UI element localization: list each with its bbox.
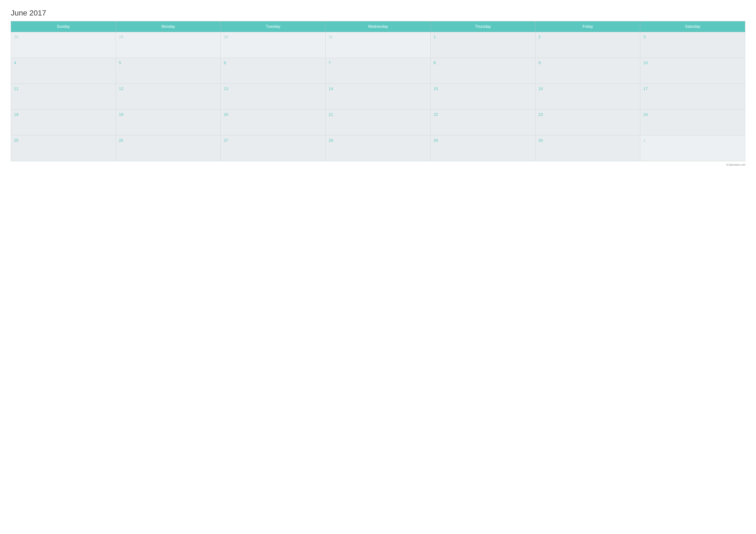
calendar-day[interactable]: 28: [326, 136, 431, 161]
calendar-day[interactable]: 13: [221, 84, 326, 110]
calendar-day[interactable]: 6: [221, 58, 326, 84]
calendar-body: 2829303112345678910111213141516171819202…: [11, 32, 745, 161]
calendar-day[interactable]: 30: [221, 32, 326, 58]
calendar-week-3: 11121314151617: [11, 84, 745, 110]
calendar-day[interactable]: 5: [116, 58, 221, 84]
calendar-table: SundayMondayTuesdayWednesdayThursdayFrid…: [11, 21, 745, 161]
calendar-day[interactable]: 29: [430, 136, 535, 161]
calendar-day[interactable]: 29: [116, 32, 221, 58]
calendar-title: June 2017: [11, 9, 745, 17]
calendar-day[interactable]: 18: [11, 110, 116, 136]
calendar-day[interactable]: 27: [221, 136, 326, 161]
calendar-day[interactable]: 14: [326, 84, 431, 110]
calendar-day[interactable]: 9: [535, 58, 640, 84]
calendar-week-4: 18192021222324: [11, 110, 745, 136]
calendar-day[interactable]: 30: [535, 136, 640, 161]
footer-brand: iCalendars.net: [11, 163, 745, 166]
calendar-day[interactable]: 15: [430, 84, 535, 110]
calendar-day[interactable]: 31: [326, 32, 431, 58]
calendar-day[interactable]: 1: [430, 32, 535, 58]
calendar-day[interactable]: 22: [430, 110, 535, 136]
calendar-day[interactable]: 25: [11, 136, 116, 161]
header-day-friday: Friday: [535, 21, 640, 32]
calendar-day[interactable]: 12: [116, 84, 221, 110]
calendar-day[interactable]: 24: [640, 110, 745, 136]
calendar-week-5: 2526272829301: [11, 136, 745, 161]
calendar-day[interactable]: 23: [535, 110, 640, 136]
calendar-header: SundayMondayTuesdayWednesdayThursdayFrid…: [11, 21, 745, 32]
calendar-day[interactable]: 2: [535, 32, 640, 58]
calendar-day[interactable]: 10: [640, 58, 745, 84]
header-row: SundayMondayTuesdayWednesdayThursdayFrid…: [11, 21, 745, 32]
calendar-day[interactable]: 19: [116, 110, 221, 136]
calendar-day[interactable]: 26: [116, 136, 221, 161]
calendar-day[interactable]: 7: [326, 58, 431, 84]
calendar-week-2: 45678910: [11, 58, 745, 84]
calendar-day[interactable]: 11: [11, 84, 116, 110]
calendar-day[interactable]: 3: [640, 32, 745, 58]
header-day-saturday: Saturday: [640, 21, 745, 32]
calendar-day[interactable]: 17: [640, 84, 745, 110]
calendar-day[interactable]: 1: [640, 136, 745, 161]
calendar-week-1: 28293031123: [11, 32, 745, 58]
calendar-day[interactable]: 21: [326, 110, 431, 136]
calendar-day[interactable]: 8: [430, 58, 535, 84]
header-day-thursday: Thursday: [430, 21, 535, 32]
calendar-day[interactable]: 16: [535, 84, 640, 110]
calendar-day[interactable]: 4: [11, 58, 116, 84]
header-day-monday: Monday: [116, 21, 221, 32]
header-day-tuesday: Tuesday: [221, 21, 326, 32]
calendar-day[interactable]: 20: [221, 110, 326, 136]
header-day-wednesday: Wednesday: [326, 21, 431, 32]
calendar-day[interactable]: 28: [11, 32, 116, 58]
header-day-sunday: Sunday: [11, 21, 116, 32]
